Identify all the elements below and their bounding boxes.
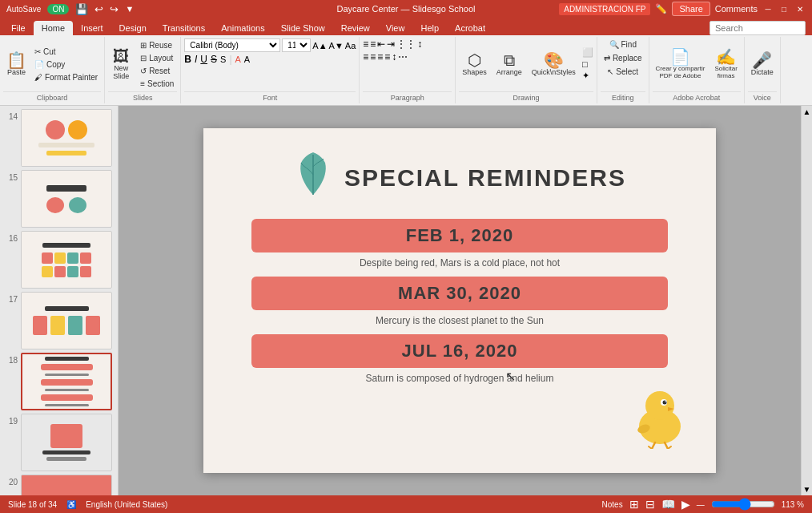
strikethrough-button[interactable]: S — [211, 54, 217, 65]
slide-thumb-20[interactable]: 20 — [3, 475, 115, 495]
font-family-select[interactable]: Calibri (Body) — [184, 38, 280, 52]
slide-preview-19[interactable] — [21, 414, 112, 471]
save-icon[interactable]: 💾 — [75, 3, 88, 15]
reading-view-button[interactable]: 📖 — [661, 498, 675, 511]
scroll-down-button[interactable]: ▼ — [803, 485, 811, 494]
find-button[interactable]: 🔍Find — [606, 38, 640, 50]
replace-button[interactable]: ⇄Replace — [601, 52, 645, 64]
solicitar-firmas-button[interactable]: ✍ Solicitar firmas — [711, 42, 740, 87]
select-button[interactable]: ↖Select — [604, 66, 641, 78]
numbered-list-button[interactable]: ≡ — [370, 38, 376, 50]
layout-button[interactable]: ⊟Layout — [137, 52, 177, 64]
slide-thumb-18[interactable]: 18 — [3, 353, 115, 410]
text-direction-button[interactable]: ↕ — [417, 38, 422, 50]
tab-review[interactable]: Review — [333, 21, 378, 35]
slide-thumb-17[interactable]: 17 — [3, 292, 115, 349]
right-scrollbar[interactable]: ▲ ▼ — [801, 106, 812, 495]
shape-effects-button[interactable]: ✦ — [582, 71, 593, 81]
minimize-button[interactable]: ─ — [762, 3, 774, 14]
slide-preview-17[interactable] — [21, 292, 112, 349]
underline-button[interactable]: U — [200, 54, 207, 65]
accessibility-icon[interactable]: ♿ — [66, 500, 76, 509]
tab-acrobat[interactable]: Acrobat — [447, 21, 493, 35]
close-button[interactable]: ✕ — [794, 3, 806, 14]
italic-button[interactable]: I — [195, 54, 197, 65]
slide-preview-16[interactable] — [21, 231, 112, 289]
decrease-indent-button[interactable]: ⇤ — [377, 38, 385, 50]
maximize-button[interactable]: □ — [778, 3, 790, 14]
slide-thumb-19[interactable]: 19 — [3, 414, 115, 471]
cut-button[interactable]: ✂Cut — [31, 46, 101, 58]
tab-view[interactable]: View — [378, 21, 413, 35]
clear-format-button[interactable]: Aa — [345, 41, 356, 50]
redo-icon[interactable]: ↪ — [110, 3, 119, 15]
slide-sorter-button[interactable]: ⊟ — [645, 498, 655, 511]
justify-button[interactable]: ≡ — [384, 51, 390, 63]
tab-slideshow[interactable]: Slide Show — [273, 21, 333, 35]
font-size-select[interactable]: 11 — [282, 38, 311, 52]
editing-label[interactable]: Editing — [601, 91, 645, 103]
columns-button[interactable]: ⋮⋮ — [396, 38, 416, 50]
arrange-button[interactable]: ⧉ Arrange — [493, 42, 525, 87]
increase-font-button[interactable]: A▲ — [312, 41, 327, 50]
share-button[interactable]: Share — [672, 2, 709, 16]
adobe-label[interactable]: Adobe Acrobat — [653, 91, 741, 103]
slideshow-button[interactable]: ▶ — [681, 498, 690, 511]
reset-button[interactable]: ↺Reset — [137, 65, 177, 77]
slide-preview-14[interactable] — [21, 109, 112, 167]
zoom-level[interactable]: 113 % — [782, 500, 804, 509]
slide-preview-20[interactable] — [21, 475, 112, 495]
slide-thumb-16[interactable]: 16 — [3, 231, 115, 289]
paragraph-label[interactable]: Paragraph — [363, 91, 452, 103]
font-label[interactable]: Font — [184, 91, 356, 103]
decrease-font-button[interactable]: A▼ — [329, 41, 344, 50]
search-input[interactable] — [709, 21, 806, 35]
line-spacing-button[interactable]: ↕ — [392, 51, 396, 63]
text-highlight-button[interactable]: A — [244, 55, 250, 64]
slides-label[interactable]: Slides — [108, 91, 177, 103]
text-shadow-button[interactable]: S — [220, 55, 226, 64]
shape-outline-button[interactable]: □ — [582, 59, 593, 69]
slide-thumb-15[interactable]: 15 — [3, 170, 115, 228]
tab-transitions[interactable]: Transitions — [155, 21, 213, 35]
font-color-button[interactable]: A — [235, 55, 241, 64]
new-slide-button[interactable]: 🖼 New Slide — [108, 42, 134, 87]
bullet-list-button[interactable]: ≡ — [363, 38, 368, 50]
crear-pdf-button[interactable]: 📄 Crear y compartir PDF de Adobe — [653, 42, 709, 87]
align-left-button[interactable]: ≡ — [363, 51, 368, 63]
canvas-area[interactable]: SPECIAL REMINDERS FEB 1, 2020 Despite be… — [119, 106, 801, 495]
slide-preview-18[interactable] — [21, 353, 112, 410]
normal-view-button[interactable]: ⊞ — [629, 498, 639, 511]
language[interactable]: English (United States) — [86, 500, 167, 509]
shapes-button[interactable]: ⬡ Shapes — [459, 42, 490, 87]
tab-help[interactable]: Help — [412, 21, 447, 35]
smart-art-button[interactable]: ⋯ — [398, 51, 408, 63]
slide-preview-15[interactable] — [21, 170, 112, 228]
tab-home[interactable]: Home — [34, 21, 73, 35]
copy-button[interactable]: 📄Copy — [31, 59, 101, 71]
align-right-button[interactable]: ≡ — [377, 51, 383, 63]
tab-animations[interactable]: Animations — [213, 21, 272, 35]
drawing-label[interactable]: Drawing — [459, 91, 593, 103]
scroll-up-button[interactable]: ▲ — [803, 107, 811, 116]
align-center-button[interactable]: ≡ — [370, 51, 376, 63]
comments-button[interactable]: Comments — [715, 4, 758, 14]
shape-fill-button[interactable]: ⬜ — [582, 47, 593, 58]
zoom-slider[interactable] — [711, 498, 775, 511]
notes-button[interactable]: Notes — [602, 500, 623, 509]
voice-label[interactable]: Voice — [748, 91, 777, 103]
format-painter-button[interactable]: 🖌Format Painter — [31, 71, 101, 83]
customize-icon[interactable]: ▼ — [125, 4, 134, 14]
tab-insert[interactable]: Insert — [73, 21, 111, 35]
undo-icon[interactable]: ↩ — [94, 3, 103, 15]
clipboard-label[interactable]: Clipboard — [3, 91, 101, 103]
section-button[interactable]: ≡Section — [137, 78, 177, 90]
paste-button[interactable]: 📋 Paste — [3, 42, 30, 87]
dictate-button[interactable]: 🎤 Dictate — [748, 42, 777, 87]
reuse-slides-button[interactable]: ⊞Reuse — [137, 39, 177, 51]
bold-button[interactable]: B — [184, 54, 191, 65]
pen-icon[interactable]: ✏️ — [655, 3, 667, 14]
autosave-toggle[interactable]: ON — [47, 4, 69, 14]
tab-file[interactable]: File — [3, 21, 34, 35]
tab-design[interactable]: Design — [111, 21, 155, 35]
